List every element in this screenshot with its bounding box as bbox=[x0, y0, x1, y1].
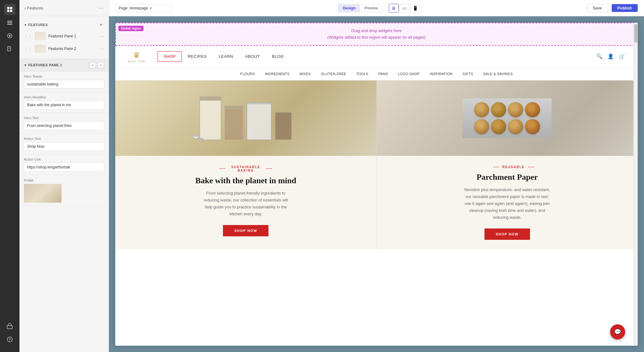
dashboard-icon[interactable] bbox=[4, 4, 15, 15]
design-icon[interactable] bbox=[4, 30, 15, 41]
global-region-line2: (Widgets added to this region will appea… bbox=[120, 34, 633, 41]
feature-desc-right: Nonstick plus temperature- and water-res… bbox=[463, 186, 551, 221]
site-logo: ♛ ESTD 1790 bbox=[128, 50, 145, 63]
add-feature-button[interactable]: + bbox=[98, 22, 104, 28]
image-preview[interactable] bbox=[24, 184, 62, 203]
action-text-label: Action Text bbox=[24, 137, 104, 140]
logo-year: 1790 bbox=[138, 60, 145, 63]
pane-editor: ▼ FEATURES PANE 1 ‹ › Hero Teaser Hero H… bbox=[19, 59, 109, 206]
nav-link-learn[interactable]: LEARN bbox=[213, 51, 239, 62]
feature-headline-left: Bake with the planet in mind bbox=[195, 176, 296, 185]
feature-more-2[interactable]: ⋯ bbox=[99, 46, 104, 52]
feature-card-left-body: SUSTAINABLE BAKING Bake with the planet … bbox=[180, 156, 312, 249]
sub-nav-tools[interactable]: TOOLS bbox=[351, 71, 374, 77]
back-button[interactable]: ‹ Features bbox=[24, 6, 43, 10]
scrollbar[interactable] bbox=[633, 23, 638, 346]
hero-teaser-label: Hero Teaser bbox=[24, 74, 104, 78]
features-section: ▼ FEATURES + ⋮⋮ Features Pane 1 ⋯ ⋮⋮ Fea… bbox=[19, 16, 109, 59]
back-arrow-icon: ‹ bbox=[24, 6, 26, 10]
publish-button[interactable]: Publish bbox=[612, 4, 638, 12]
pages-icon[interactable] bbox=[4, 43, 15, 55]
sub-nav-sale[interactable]: SALE & SAVINGS bbox=[478, 71, 518, 77]
hero-text-label: Hero Text bbox=[24, 116, 104, 120]
image-preview-inner bbox=[24, 184, 62, 203]
svg-rect-12 bbox=[7, 326, 12, 329]
sub-nav: FLOURS INGREDIENTS MIXES GLUTEN-FREE TOO… bbox=[115, 68, 638, 80]
hero-headline-input[interactable] bbox=[24, 101, 104, 109]
shop-now-right-button[interactable]: SHOP NOW bbox=[484, 228, 530, 240]
cart-icon[interactable]: 🛒 bbox=[619, 53, 625, 59]
sub-nav-pans[interactable]: PANS bbox=[373, 71, 393, 77]
sub-nav-logo-shop[interactable]: LOGO SHOP bbox=[393, 71, 425, 77]
nav-link-blog[interactable]: BLOG bbox=[266, 51, 290, 62]
canvas-wrapper: Global region Drag and drop widgets here… bbox=[115, 23, 638, 346]
category-line-right bbox=[493, 167, 499, 167]
sub-nav-ingredients[interactable]: INGREDIENTS bbox=[260, 71, 295, 77]
tablet-device-button[interactable]: ▭ bbox=[399, 4, 409, 13]
sub-nav-gluten-free[interactable]: GLUTEN-FREE bbox=[316, 71, 351, 77]
hero-teaser-input[interactable] bbox=[24, 80, 104, 89]
site-nav: ♛ ESTD 1790 SHOP RECIPES LEARN ABOUT BLO… bbox=[115, 46, 638, 68]
chat-widget-button[interactable]: 💬 bbox=[610, 324, 625, 339]
sub-nav-gifts[interactable]: GIFTS bbox=[457, 71, 478, 77]
nav-link-recipes[interactable]: RECIPES bbox=[182, 51, 213, 62]
sub-nav-inspiration[interactable]: INSPIRATION bbox=[425, 71, 457, 77]
preview-button[interactable]: Preview bbox=[360, 4, 382, 12]
hero-text-input[interactable] bbox=[24, 121, 104, 130]
page-selector-label: Page: Homepage bbox=[119, 6, 148, 10]
save-button[interactable]: Save bbox=[587, 4, 608, 12]
features-content: 🥄 bbox=[115, 80, 638, 249]
search-icon[interactable]: 🔍 bbox=[596, 53, 603, 59]
help-icon[interactable]: ? bbox=[4, 334, 15, 345]
design-button[interactable]: Design bbox=[338, 4, 360, 12]
feature-headline-right: Parchment Paper bbox=[477, 173, 538, 182]
canvas-area: Global region Drag and drop widgets here… bbox=[109, 16, 644, 352]
nav-link-shop[interactable]: SHOP bbox=[158, 51, 182, 62]
action-link-input[interactable] bbox=[24, 163, 104, 172]
icon-bar: ? bbox=[0, 0, 19, 352]
feature-category-left: SUSTAINABLE BAKING bbox=[219, 165, 272, 172]
desktop-device-button[interactable]: 🖥 bbox=[389, 4, 399, 13]
hero-teaser-field: Hero Teaser bbox=[19, 71, 109, 92]
nav-link-about[interactable]: ABOUT bbox=[239, 51, 266, 62]
store-icon[interactable] bbox=[4, 321, 15, 332]
svg-rect-2 bbox=[7, 10, 9, 12]
shop-now-left-button[interactable]: SHOP NOW bbox=[223, 225, 268, 236]
design-preview-group: Design Preview bbox=[338, 4, 382, 12]
hero-text-field: Hero Text bbox=[19, 113, 109, 134]
layers-icon[interactable] bbox=[4, 17, 15, 28]
feature-category-text-left: SUSTAINABLE BAKING bbox=[229, 165, 263, 172]
chat-icon: 💬 bbox=[614, 328, 621, 335]
page-selector[interactable]: Page: Homepage ▾ bbox=[115, 4, 172, 12]
hero-headline-label: Hero Headline bbox=[24, 95, 104, 99]
feature-more-1[interactable]: ⋯ bbox=[99, 33, 104, 39]
feature-category-text-right: REUSABLE bbox=[502, 165, 525, 169]
svg-rect-0 bbox=[7, 7, 9, 9]
svg-rect-6 bbox=[7, 24, 12, 25]
top-bar: Page: Homepage ▾ Design Preview 🖥 ▭ 📱 Sa… bbox=[109, 0, 644, 16]
svg-point-8 bbox=[9, 35, 11, 37]
svg-rect-1 bbox=[10, 7, 12, 9]
collapse-icon[interactable]: ▼ bbox=[24, 23, 27, 27]
nav-icons: 🔍 👤 🛒 bbox=[596, 53, 625, 59]
action-text-input[interactable] bbox=[24, 142, 104, 151]
pane-collapse-icon[interactable]: ▼ bbox=[24, 63, 27, 67]
global-region-banner: Global region Drag and drop widgets here… bbox=[115, 23, 638, 46]
global-region-line1: Drag and drop widgets here bbox=[120, 28, 633, 34]
panel-options-button[interactable]: ⋯ bbox=[98, 4, 104, 11]
feature-item-2[interactable]: ⋮⋮ Features Pane 2 ⋯ bbox=[19, 42, 109, 55]
pane-next-button[interactable]: › bbox=[97, 62, 104, 69]
drag-handle-icon: ⋮⋮ bbox=[24, 34, 32, 39]
scrollbar-thumb[interactable] bbox=[634, 24, 637, 43]
feature-item-1[interactable]: ⋮⋮ Features Pane 1 ⋯ bbox=[19, 30, 109, 42]
mobile-device-button[interactable]: 📱 bbox=[410, 4, 420, 13]
sub-nav-mixes[interactable]: MIXES bbox=[295, 71, 316, 77]
sub-nav-flours[interactable]: FLOURS bbox=[235, 71, 260, 77]
feature-card-right: REUSABLE Parchment Paper Nonstick plus t… bbox=[377, 80, 638, 249]
pane-prev-button[interactable]: ‹ bbox=[89, 62, 96, 69]
user-icon[interactable]: 👤 bbox=[608, 53, 614, 59]
svg-rect-5 bbox=[7, 22, 12, 23]
feature-card-left: 🥄 bbox=[115, 80, 376, 249]
action-link-label: Action Link bbox=[24, 157, 104, 161]
feature-desc-left: From selecting planet-friendly ingredien… bbox=[202, 190, 290, 217]
